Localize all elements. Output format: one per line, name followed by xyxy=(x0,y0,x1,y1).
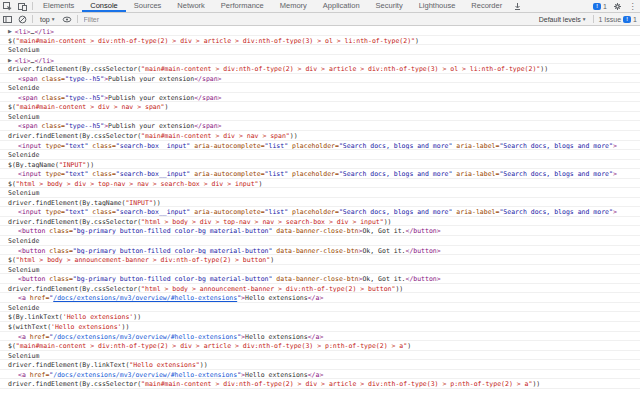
console-token: "INPUT" xyxy=(125,199,152,207)
console-row: Selenide xyxy=(0,150,640,160)
console-token: <a xyxy=(18,294,26,302)
console-row: Selenium xyxy=(0,45,640,55)
expand-triangle-icon[interactable]: ▶ xyxy=(8,56,12,64)
console-token: "html > body > div > top-nav > nav > sea… xyxy=(141,218,384,226)
filter-input[interactable] xyxy=(80,13,308,25)
tab-lighthouse[interactable]: Lighthouse xyxy=(411,0,464,12)
console-row: <input type="text" class="search-box__in… xyxy=(0,207,640,217)
tab-network[interactable]: Network xyxy=(169,0,213,12)
console-token: "list" xyxy=(265,208,288,216)
console-row: <button class="bg-primary button-filled … xyxy=(0,226,640,236)
console-token: "html > body > div > top-nav > nav > sea… xyxy=(16,180,259,188)
gear-icon xyxy=(613,2,622,11)
toolbar-separator xyxy=(593,15,594,23)
console-link[interactable]: /docs/extensions/mv3/overview/#hello-ext… xyxy=(53,333,237,341)
inspect-cursor-icon xyxy=(3,2,12,11)
issues-counter[interactable]: ! 1 xyxy=(590,0,610,12)
console-row: driver.findElement(By.tagName("INPUT")) xyxy=(0,198,640,208)
console-token: type= xyxy=(41,170,64,178)
console-row: driver.findElement(By.cssSelector("main#… xyxy=(0,64,640,74)
console-token: )) xyxy=(532,380,540,388)
console-token: </button> xyxy=(405,247,440,255)
tab-security[interactable]: Security xyxy=(368,0,411,12)
console-token: data-banner-close-btn xyxy=(272,247,358,255)
tab-console[interactable]: Console xyxy=(82,0,126,12)
console-token: <li> xyxy=(15,28,31,36)
console-token: </button> xyxy=(405,227,440,235)
console-token: Selenium xyxy=(8,46,39,54)
console-token: Ok, Got it. xyxy=(362,275,405,283)
console-row: ▶<li>…</li> xyxy=(0,26,640,36)
console-token: "Search docs, blogs and more" xyxy=(339,208,453,216)
console-token: <li> xyxy=(15,56,31,64)
toggle-device-toolbar-button[interactable] xyxy=(15,0,30,12)
recorder-extra-button[interactable] xyxy=(510,0,525,12)
console-token: > xyxy=(613,208,617,216)
console-token: "list" xyxy=(265,142,288,150)
console-token: <button xyxy=(18,275,45,283)
console-token: ) xyxy=(270,256,274,264)
console-link[interactable]: /docs/extensions/mv3/overview/#hello-ext… xyxy=(53,294,237,302)
consolebar-spacer xyxy=(308,13,534,25)
console-token: "Search docs, blogs and more" xyxy=(499,170,613,178)
tab-sources[interactable]: Sources xyxy=(126,0,170,12)
chevron-down-icon: ▾ xyxy=(52,16,55,22)
console-token: <button xyxy=(18,227,45,235)
tab-elements[interactable]: Elements xyxy=(35,0,82,12)
tab-memory[interactable]: Memory xyxy=(272,0,315,12)
console-token: "search-box__input" xyxy=(116,170,190,178)
console-token: 'Hello extensions' xyxy=(63,313,133,321)
sidebar-panel-icon xyxy=(3,15,13,24)
console-token: class= xyxy=(45,227,72,235)
console-token: ) xyxy=(407,342,411,350)
console-token: "type--h5" xyxy=(65,94,104,102)
tab-recorder[interactable]: Recorder xyxy=(463,0,510,12)
console-row: <input type="text" class="search-box__in… xyxy=(0,141,640,151)
console-token: class= xyxy=(88,208,115,216)
console-token: Selenium xyxy=(8,266,39,274)
console-token: "html > body > announcement-banner > div… xyxy=(141,285,395,293)
console-row: $("main#main-content > div:nth-of-type(2… xyxy=(0,341,640,351)
console-token: Publish your extension xyxy=(108,122,194,130)
console-prompt[interactable]: > xyxy=(0,389,640,400)
issues-button[interactable]: 1 Issue ! 1 xyxy=(596,13,640,25)
devtools-window: ElementsConsoleSourcesNetworkPerformance… xyxy=(0,0,640,400)
console-link[interactable]: /docs/extensions/mv3/overview/#hello-ext… xyxy=(53,371,237,379)
inspect-element-button[interactable] xyxy=(0,0,15,12)
console-token: ) xyxy=(415,37,419,45)
console-row: $(By.tagName("INPUT")) xyxy=(0,160,640,170)
console-row: <span class="type--h5">Publish your exte… xyxy=(0,74,640,84)
console-token: "type--h5" xyxy=(65,75,104,83)
tab-performance[interactable]: Performance xyxy=(213,0,272,12)
console-token: Selenium xyxy=(8,352,39,360)
console-token: <a xyxy=(18,333,26,341)
settings-button[interactable] xyxy=(610,0,625,12)
context-selector[interactable]: top ▾ xyxy=(35,13,60,25)
console-token: <button xyxy=(18,247,45,255)
clear-console-button[interactable] xyxy=(15,13,30,25)
tabbar-spacer xyxy=(525,0,590,12)
log-levels-selector[interactable]: Default levels ▾ xyxy=(534,13,591,25)
console-row: $("main#main-content > div:nth-of-type(2… xyxy=(0,36,640,46)
console-token: <span xyxy=(18,75,38,83)
console-token: $( xyxy=(8,342,16,350)
console-token: </a> xyxy=(308,333,324,341)
console-row: <a href="/docs/extensions/mv3/overview/#… xyxy=(0,332,640,342)
console-token: $(withText( xyxy=(8,323,51,331)
expand-triangle-icon[interactable]: ▶ xyxy=(8,27,12,35)
more-options-button[interactable]: ⋮ xyxy=(625,0,640,12)
console-token: Selenium xyxy=(8,189,39,197)
console-sidebar-button[interactable] xyxy=(0,13,15,25)
tab-application[interactable]: Application xyxy=(315,0,368,12)
console-token: Hello extensions xyxy=(245,333,308,341)
live-expression-button[interactable] xyxy=(60,13,75,25)
console-token: placeholder= xyxy=(288,170,339,178)
console-token: class= xyxy=(38,75,65,83)
console-token: driver.findElement(By.cssSelector( xyxy=(8,380,141,388)
console-token: "main#main-content > div:nth-of-type(2) … xyxy=(16,37,415,45)
chevron-down-icon: ▾ xyxy=(583,16,586,22)
console-token: driver.findElement(By.cssSelector( xyxy=(8,132,141,140)
console-token: )) xyxy=(153,199,161,207)
console-token: )) xyxy=(122,323,130,331)
console-token: > xyxy=(613,142,617,150)
